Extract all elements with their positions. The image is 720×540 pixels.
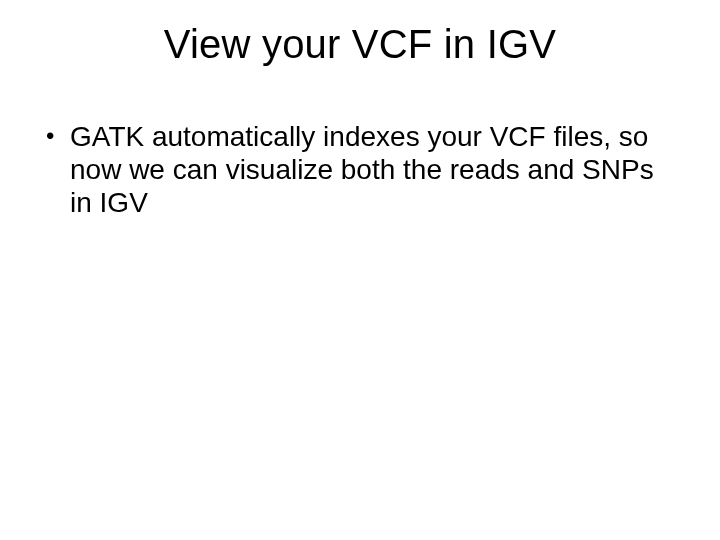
slide-title: View your VCF in IGV <box>0 22 720 67</box>
slide-body: GATK automatically indexes your VCF file… <box>40 120 680 219</box>
bullet-list: GATK automatically indexes your VCF file… <box>40 120 680 219</box>
slide: View your VCF in IGV GATK automatically … <box>0 0 720 540</box>
bullet-item: GATK automatically indexes your VCF file… <box>40 120 680 219</box>
